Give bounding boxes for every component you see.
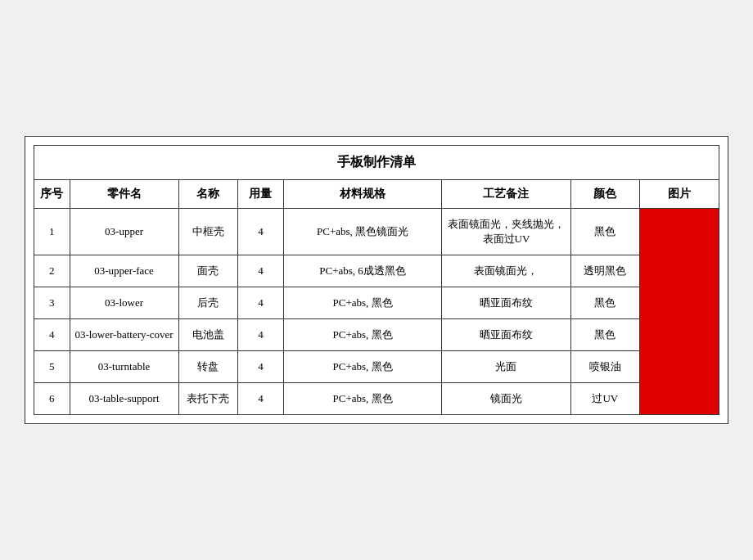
header-color: 颜色	[570, 180, 640, 209]
cell-color: 黑色	[570, 319, 640, 351]
table-row: 6 03-table-support 表托下壳 4 PC+abs, 黑色 镜面光…	[34, 383, 719, 415]
cell-spec: PC+abs, 黑色	[283, 287, 442, 319]
cell-qty: 4	[238, 255, 284, 287]
cell-color: 喷银油	[570, 351, 640, 383]
cell-seq: 5	[34, 351, 70, 383]
cell-color: 黑色	[570, 287, 640, 319]
cell-qty: 4	[238, 209, 284, 255]
cell-part-code: 03-lower	[70, 287, 178, 319]
table-row: 4 03-lower-battery-cover 电池盖 4 PC+abs, 黑…	[34, 319, 719, 351]
cell-seq: 4	[34, 319, 70, 351]
cell-qty: 4	[238, 287, 284, 319]
cell-name: 后壳	[178, 287, 238, 319]
table-row: 3 03-lower 后壳 4 PC+abs, 黑色 晒亚面布纹 黑色	[34, 287, 719, 319]
cell-part-code: 03-lower-battery-cover	[70, 319, 178, 351]
cell-process: 表面镜面光，夹线抛光，表面过UV	[442, 209, 570, 255]
cell-name: 中框壳	[178, 209, 238, 255]
cell-qty: 4	[238, 319, 284, 351]
cell-color: 过UV	[570, 383, 640, 415]
cell-name: 转盘	[178, 351, 238, 383]
cell-spec: PC+abs, 黑色	[283, 383, 442, 415]
cell-part-code: 03-upper-face	[70, 255, 178, 287]
cell-spec: PC+abs, 黑色	[283, 351, 442, 383]
cell-spec: PC+abs, 黑色镜面光	[283, 209, 442, 255]
table-row: 1 03-upper 中框壳 4 PC+abs, 黑色镜面光 表面镜面光，夹线抛…	[34, 209, 719, 255]
cell-process: 表面镜面光，	[442, 255, 570, 287]
cell-qty: 4	[238, 383, 284, 415]
header-process: 工艺备注	[442, 180, 570, 209]
cell-part-code: 03-turntable	[70, 351, 178, 383]
table-row: 5 03-turntable 转盘 4 PC+abs, 黑色 光面 喷银油	[34, 351, 719, 383]
cell-name: 电池盖	[178, 319, 238, 351]
cell-seq: 2	[34, 255, 70, 287]
title-row: 手板制作清单	[34, 146, 719, 180]
header-seq: 序号	[34, 180, 70, 209]
cell-part-code: 03-table-support	[70, 383, 178, 415]
cell-seq: 6	[34, 383, 70, 415]
header-image: 图片	[640, 180, 719, 209]
cell-spec: PC+abs, 6成透黑色	[283, 255, 442, 287]
parts-table: 手板制作清单 序号 零件名 名称 用量 材料规格 工艺备注 颜色 图片 1 03…	[34, 145, 719, 415]
table-title: 手板制作清单	[34, 146, 719, 180]
cell-process: 光面	[442, 351, 570, 383]
table-row: 2 03-upper-face 面壳 4 PC+abs, 6成透黑色 表面镜面光…	[34, 255, 719, 287]
cell-process: 镜面光	[442, 383, 570, 415]
header-qty: 用量	[238, 180, 284, 209]
cell-process: 晒亚面布纹	[442, 287, 570, 319]
header-name: 名称	[178, 180, 238, 209]
cell-process: 晒亚面布纹	[442, 319, 570, 351]
cell-name: 表托下壳	[178, 383, 238, 415]
header-spec: 材料规格	[283, 180, 442, 209]
cell-color: 透明黑色	[570, 255, 640, 287]
cell-color: 黑色	[570, 209, 640, 255]
cell-image	[640, 209, 719, 415]
cell-part-code: 03-upper	[70, 209, 178, 255]
cell-qty: 4	[238, 351, 284, 383]
header-part-code: 零件名	[70, 180, 178, 209]
cell-spec: PC+abs, 黑色	[283, 319, 442, 351]
cell-seq: 3	[34, 287, 70, 319]
main-container: 手板制作清单 序号 零件名 名称 用量 材料规格 工艺备注 颜色 图片 1 03…	[25, 136, 728, 424]
header-row: 序号 零件名 名称 用量 材料规格 工艺备注 颜色 图片	[34, 180, 719, 209]
cell-seq: 1	[34, 209, 70, 255]
cell-name: 面壳	[178, 255, 238, 287]
